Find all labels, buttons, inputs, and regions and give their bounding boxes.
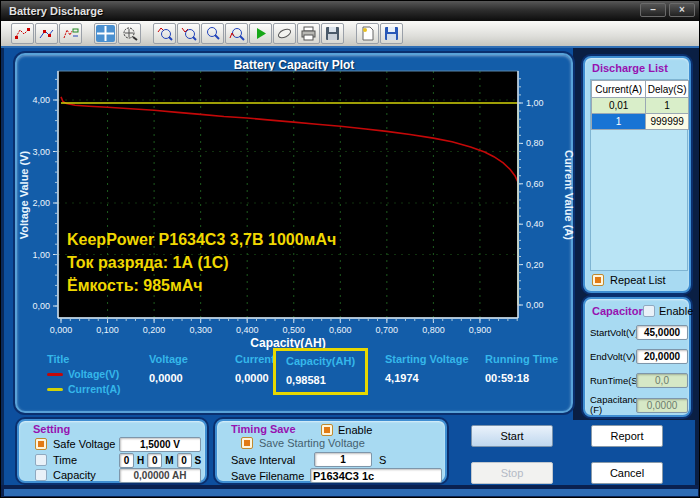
pan-crosshair-button[interactable] [94,23,117,44]
svg-text:Current Value (A): Current Value (A) [563,150,575,240]
zoom-in-icon [156,26,173,41]
capacity-chart[interactable]: 4,003,002,001,000,001,000,800,600,400,20… [17,55,575,351]
legend-current-label: Current(A) [68,383,121,395]
start-button[interactable]: Start [471,425,553,447]
title-bar: Battery Discharge – × [1,1,700,21]
minimize-button[interactable]: – [640,3,666,17]
zoom-select-button[interactable] [118,23,141,44]
svg-text:0,80: 0,80 [526,138,544,148]
status-current: Current 0,0000 [235,353,275,384]
zoom-out-icon [180,26,197,41]
curve-style-button[interactable] [11,23,34,44]
erase-icon [276,26,293,41]
save-interval-label: Save Interval [231,454,295,466]
time-checkbox[interactable] [35,454,47,466]
svg-text:3,00: 3,00 [32,147,50,157]
report-tool-button[interactable] [356,23,379,44]
discharge-list-title: Discharge List [592,62,668,74]
time-seconds-field[interactable] [177,453,192,468]
curve-compare-button[interactable] [59,23,82,44]
safe-voltage-field[interactable] [119,437,201,452]
save-icon [324,26,341,41]
app-window: Battery Discharge – × [0,0,700,498]
save-starting-voltage-checkbox[interactable] [241,437,253,449]
save-filename-field[interactable] [310,468,442,483]
print-button[interactable] [297,23,320,44]
time-minutes-field[interactable] [147,453,162,468]
client-area: Battery Capacity Plot 4,003,002,001,000,… [1,48,700,485]
chart-legend: Title Voltage(V) Current(A) [47,353,157,395]
save-interval-field[interactable] [314,452,372,467]
capacitor-enable-checkbox[interactable] [643,305,655,317]
time-label: Time [53,454,77,466]
timing-save-panel: Timing Save Enable Save Starting Voltage… [215,419,447,483]
runtime-field [636,373,688,388]
svg-text:4,00: 4,00 [32,95,50,105]
report-doc-icon [359,26,376,41]
curve-points-button[interactable] [35,23,58,44]
svg-text:0,600: 0,600 [329,325,352,335]
chart-panel: Battery Capacity Plot 4,003,002,001,000,… [15,53,573,413]
stop-button: Stop [471,462,553,484]
setting-title: Setting [33,423,70,435]
save-data-icon [383,26,400,41]
svg-text:2,00: 2,00 [32,198,50,208]
discharge-list-panel: Discharge List Current(A) Delay(S) 0,01 … [583,56,691,293]
svg-text:0,400: 0,400 [236,325,259,335]
status-starting-voltage: Starting Voltage 4,1974 [385,353,469,384]
window-frame-left [1,48,4,498]
save-filename-label: Save Filename [231,470,304,482]
capacity-checkbox[interactable] [35,469,47,481]
repeat-list-checkbox[interactable] [592,274,604,286]
discharge-row-1[interactable]: 0,01 1 [592,98,689,114]
startvolt-field[interactable] [636,325,688,340]
discharge-list-box: Current(A) Delay(S) 0,01 1 1 999999 [590,79,688,271]
zoom-window-button[interactable] [201,23,224,44]
zoom-reset-icon [228,26,245,41]
timing-enable-checkbox[interactable] [321,424,333,436]
run-icon [252,26,269,41]
capacity-label: Capacity [53,469,96,481]
svg-text:KeepPower P1634C3 3,7В 1000мАч: KeepPower P1634C3 3,7В 1000мАч [67,231,336,248]
curve-style-icon [14,26,31,41]
zoom-out-button[interactable] [177,23,200,44]
legend-item-voltage: Voltage(V) [47,368,157,380]
save-button[interactable] [321,23,344,44]
svg-text:0,500: 0,500 [282,325,305,335]
svg-text:0,20: 0,20 [526,260,544,270]
zoom-reset-button[interactable] [225,23,248,44]
svg-text:Voltage Value (V): Voltage Value (V) [18,150,30,239]
legend-title: Title [47,353,157,365]
svg-text:0,700: 0,700 [376,325,399,335]
save-data-button[interactable] [380,23,403,44]
svg-text:0,800: 0,800 [422,325,445,335]
report-button[interactable]: Report [591,425,663,447]
svg-text:0,000: 0,000 [50,325,73,335]
svg-text:0,300: 0,300 [189,325,212,335]
cancel-button[interactable]: Cancel [591,462,663,484]
discharge-table-header: Current(A) Delay(S) [592,81,689,98]
timing-save-title: Timing Save [231,423,296,435]
capacitor-enable-label: Enable [659,305,693,317]
erase-button[interactable] [273,23,296,44]
status-capacity-highlight: Capacity(AH) 0,98581 [273,348,368,395]
status-row: Title Voltage(V) Current(A) Voltage 0,00… [17,353,575,411]
svg-text:0,60: 0,60 [526,179,544,189]
zoom-in-button[interactable] [153,23,176,44]
svg-text:0,00: 0,00 [526,300,544,310]
safe-voltage-checkbox[interactable] [35,438,47,450]
discharge-table: Current(A) Delay(S) 0,01 1 1 999999 [591,80,689,130]
window-frame-bottom [1,485,700,498]
capacity-limit-field[interactable] [119,468,201,483]
close-button[interactable]: × [669,3,695,17]
capacitor-panel: Capacitor Enable StartVolt(V) EndVolt(V)… [583,297,691,417]
run-button[interactable] [249,23,272,44]
curve-compare-icon [62,26,79,41]
time-hours-field[interactable] [119,453,134,468]
voltage-swatch [47,373,63,376]
discharge-row-2[interactable]: 1 999999 [592,114,689,130]
endvolt-field[interactable] [636,349,688,364]
status-voltage: Voltage 0,0000 [149,353,188,384]
setting-panel: Setting Safe Voltage Time H M S Capacity [17,419,207,483]
svg-text:Ток разряда: 1А (1С): Ток разряда: 1А (1С) [67,254,229,271]
